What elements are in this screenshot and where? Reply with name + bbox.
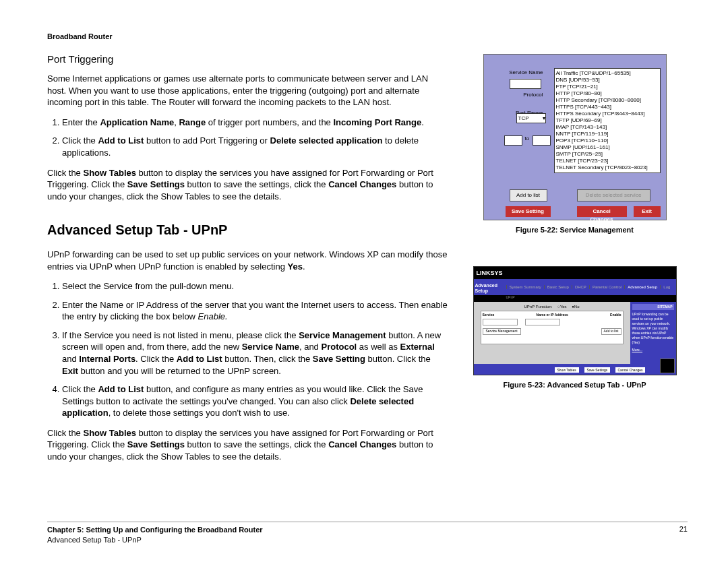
port-to-input[interactable] [533, 135, 551, 146]
linksys-brand: LINKSYS [474, 267, 676, 279]
figure-5-22-screenshot: Service Name Protocol Port Range TCP▾ to… [483, 54, 667, 220]
service-list-item[interactable]: All Traffic [TCP&UDP/1~65535] [556, 70, 659, 77]
figure-5-23-caption: Figure 5-23: Advanced Setup Tab - UPnP [503, 381, 646, 389]
upnp-heading: Advanced Setup Tab - UPnP [47, 221, 448, 239]
exit-button[interactable]: Exit [634, 206, 661, 217]
nav-label: Advanced Setup [474, 282, 506, 295]
show-tables-button[interactable]: Show Tables [555, 367, 579, 373]
footer-chapter: Chapter 5: Setting Up and Configuring th… [47, 526, 263, 534]
service-list-item[interactable]: DNS [UDP/53~53] [556, 77, 659, 84]
add-to-list-button-2[interactable]: Add to list [601, 328, 621, 335]
upnp-footer-para: Click the Show Tables button to display … [47, 427, 448, 463]
upnp-step-1: Select the Service from the pull-down me… [62, 280, 448, 292]
label-service-name: Service Name [489, 69, 543, 75]
port-triggering-heading: Port Triggering [47, 53, 448, 66]
footer-section: Advanced Setup Tab - UPnP [47, 535, 263, 544]
upnp-step-2: Enter the Name or IP Address of the serv… [62, 299, 448, 323]
service-name-input[interactable] [510, 79, 541, 89]
service-list-item[interactable]: SMTP [TCP/25~25] [556, 151, 659, 158]
tab-log[interactable]: Log [660, 285, 673, 289]
services-listbox[interactable]: All Traffic [TCP&UDP/1~65535]DNS [UDP/53… [554, 68, 661, 173]
upnp-intro: UPnP forwarding can be used to set up pu… [47, 249, 448, 272]
port-triggering-intro: Some Internet applications or games use … [47, 73, 448, 108]
tab-system-summary[interactable]: System Summary [506, 285, 544, 289]
pt-step-1: Enter the Application Name, Range of tri… [62, 117, 448, 129]
service-list-item[interactable]: TFTP [UDP/69~69] [556, 117, 659, 124]
service-list-item[interactable]: POP3 [TCP/110~110] [556, 137, 659, 144]
to-label: to [525, 135, 530, 142]
sitemap-panel: SITEMAP UPnP forwarding can be used to s… [630, 302, 676, 364]
service-list-item[interactable]: HTTPS [TCP/443~443] [556, 104, 659, 111]
delete-selected-button[interactable]: Delete selected service [577, 189, 650, 201]
service-list-item[interactable]: HTTP [TCP/80~80] [556, 90, 659, 97]
tab-dhcp[interactable]: DHCP [572, 285, 589, 289]
ip-input[interactable] [525, 319, 560, 325]
tab-basic-setup[interactable]: Basic Setup [544, 285, 572, 289]
cisco-logo-icon [660, 358, 675, 373]
port-from-input[interactable] [504, 135, 522, 146]
upnp-step-4: Click the Add to List button, and config… [62, 383, 448, 419]
upnp-step-3: If the Service you need is not listed in… [62, 330, 448, 377]
service-list-item[interactable]: NNTP [TCP/119~119] [556, 131, 659, 137]
save-settings-button[interactable]: Save Settings [584, 367, 611, 373]
tab-advanced-setup[interactable]: Advanced Setup [624, 285, 660, 289]
service-select[interactable] [483, 319, 518, 325]
pt-step-2: Click the Add to List button to add Port… [62, 135, 448, 158]
doc-header: Broadband Router [47, 32, 688, 40]
service-list-item[interactable]: IMAP [TCP/143~143] [556, 124, 659, 131]
figures-column: Service Name Protocol Port Range TCP▾ to… [462, 53, 688, 470]
page: Broadband Router Port Triggering Some In… [0, 0, 728, 562]
subnav-upnp[interactable]: UPnP [474, 295, 676, 302]
figure-5-22-caption: Figure 5-22: Service Management [516, 226, 634, 234]
page-footer: Chapter 5: Setting Up and Configuring th… [47, 522, 688, 544]
service-list-item[interactable]: SNMP [UDP/161~161] [556, 144, 659, 151]
service-mgmt-button[interactable]: Service Management [483, 328, 521, 335]
add-to-list-button[interactable]: Add to list [510, 189, 547, 201]
tab-parental[interactable]: Parental Control [589, 285, 624, 289]
label-protocol: Protocol [489, 92, 543, 98]
service-list-item[interactable]: FTP [TCP/21~21] [556, 84, 659, 90]
service-list-item[interactable]: HTTP Secondary [TCP/8080~8080] [556, 97, 659, 104]
upnp-main-panel: UPnP Function: ○Yes ●No ServiceName or I… [474, 302, 630, 364]
chevron-down-icon: ▾ [543, 115, 545, 121]
cancel-changes-button-2[interactable]: Cancel Changes [615, 367, 646, 373]
cancel-changes-button[interactable]: Cancel Changes [577, 206, 627, 217]
figure-5-23-screenshot: LINKSYS Advanced Setup System Summary Ba… [473, 266, 677, 375]
service-list-item[interactable]: TELNET Secondary [TCP/8023~8023] [556, 164, 659, 171]
protocol-select[interactable]: TCP▾ [516, 113, 546, 123]
save-setting-button[interactable]: Save Setting [506, 206, 551, 217]
service-list-item[interactable]: HTTPS Secondary [TCP/8443~8443] [556, 111, 659, 117]
service-list-item[interactable]: TELNET [TCP/23~23] [556, 158, 659, 164]
main-text-column: Port Triggering Some Internet applicatio… [47, 53, 448, 470]
pt-footer-para: Click the Show Tables button to display … [47, 167, 448, 203]
page-number: 21 [679, 525, 688, 544]
